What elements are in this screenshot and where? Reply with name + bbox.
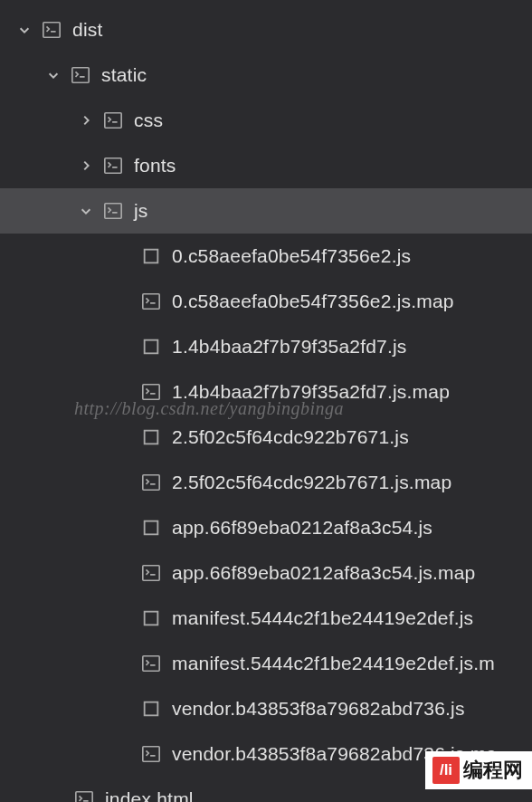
terminal-icon xyxy=(103,201,123,221)
tree-file[interactable]: 0.c58aeefa0be54f7356e2.js xyxy=(0,234,532,279)
terminal-icon xyxy=(71,65,90,85)
terminal-icon xyxy=(103,110,123,130)
svg-rect-4 xyxy=(105,204,121,219)
tree-file[interactable]: manifest.5444c2f1be24419e2def.js xyxy=(0,596,532,641)
svg-rect-6 xyxy=(143,294,159,310)
folder-label: css xyxy=(134,110,163,131)
svg-rect-1 xyxy=(72,68,89,83)
badge-text: 编程网 xyxy=(463,757,523,784)
tree-folder[interactable]: static xyxy=(0,53,532,98)
folder-label: static xyxy=(101,64,147,86)
file-label: vendor.b43853f8a79682abd736.js xyxy=(172,698,465,720)
file-icon xyxy=(141,427,161,447)
tree-folder[interactable]: fonts xyxy=(0,143,532,188)
tree-file[interactable]: app.66f89eba0212af8a3c54.js.map xyxy=(0,550,532,596)
chevron-right-icon xyxy=(78,158,94,174)
tree-file[interactable]: 1.4b4baa2f7b79f35a2fd7.js xyxy=(0,324,532,369)
file-label: app.66f89eba0212af8a3c54.js xyxy=(172,517,432,539)
chevron-down-icon xyxy=(45,67,62,83)
tree-file[interactable]: 2.5f02c5f64cdc922b7671.js.map xyxy=(0,460,532,505)
svg-rect-16 xyxy=(143,747,159,762)
svg-rect-9 xyxy=(145,431,158,444)
file-label: 2.5f02c5f64cdc922b7671.js.map xyxy=(172,472,451,493)
file-label: manifest.5444c2f1be24419e2def.js xyxy=(172,607,473,629)
svg-rect-11 xyxy=(145,521,158,535)
svg-rect-10 xyxy=(143,475,159,491)
file-label: 0.c58aeefa0be54f7356e2.js xyxy=(172,245,411,267)
file-icon xyxy=(141,699,161,719)
file-label: 0.c58aeefa0be54f7356e2.js.map xyxy=(172,291,454,312)
tree-file[interactable]: 2.5f02c5f64cdc922b7671.js xyxy=(0,415,532,460)
svg-rect-5 xyxy=(145,250,158,263)
tree-file[interactable]: 0.c58aeefa0be54f7356e2.js.map xyxy=(0,279,532,324)
svg-rect-8 xyxy=(143,385,159,400)
badge-icon: /li xyxy=(432,757,460,784)
svg-rect-15 xyxy=(145,702,158,716)
svg-rect-0 xyxy=(43,23,60,38)
file-label: app.66f89eba0212af8a3c54.js.map xyxy=(172,562,475,584)
terminal-icon xyxy=(141,291,161,311)
folder-label: dist xyxy=(72,19,102,41)
terminal-icon xyxy=(141,473,161,492)
folder-label: js xyxy=(134,200,148,222)
svg-rect-2 xyxy=(105,113,121,129)
svg-rect-12 xyxy=(143,566,159,581)
file-label: index.html xyxy=(105,788,194,802)
terminal-icon xyxy=(103,156,123,176)
file-icon xyxy=(141,518,161,538)
svg-rect-3 xyxy=(105,158,121,174)
chevron-down-icon xyxy=(16,22,33,38)
terminal-icon xyxy=(141,654,161,673)
tree-file[interactable]: app.66f89eba0212af8a3c54.js xyxy=(0,505,532,550)
tree-file[interactable]: 1.4b4baa2f7b79f35a2fd7.js.map xyxy=(0,369,532,415)
svg-rect-7 xyxy=(145,340,158,354)
tree-folder-dist[interactable]: dist xyxy=(0,7,532,53)
terminal-icon xyxy=(74,789,94,802)
file-icon xyxy=(141,337,161,357)
tree-file[interactable]: manifest.5444c2f1be24419e2def.js.m xyxy=(0,641,532,686)
file-label: manifest.5444c2f1be24419e2def.js.m xyxy=(172,653,495,674)
file-tree: dist staticcssfontsjs0.c58aeefa0be54f735… xyxy=(0,0,532,802)
tree-file[interactable]: vendor.b43853f8a79682abd736.js xyxy=(0,686,532,731)
file-label: 1.4b4baa2f7b79f35a2fd7.js.map xyxy=(172,381,450,403)
file-icon xyxy=(141,608,161,628)
terminal-icon xyxy=(141,563,161,583)
chevron-right-icon xyxy=(78,112,94,129)
svg-rect-14 xyxy=(143,656,159,672)
terminal-icon xyxy=(141,744,161,764)
tree-folder[interactable]: css xyxy=(0,98,532,143)
chevron-down-icon xyxy=(78,203,94,219)
terminal-icon xyxy=(141,382,161,402)
terminal-icon xyxy=(42,20,62,40)
folder-label: fonts xyxy=(134,155,176,177)
svg-rect-13 xyxy=(145,612,158,625)
site-badge: /li 编程网 xyxy=(425,751,532,789)
file-label: 2.5f02c5f64cdc922b7671.js xyxy=(172,426,409,448)
tree-folder[interactable]: js xyxy=(0,188,532,234)
file-label: 1.4b4baa2f7b79f35a2fd7.js xyxy=(172,336,407,358)
file-icon xyxy=(141,246,161,266)
